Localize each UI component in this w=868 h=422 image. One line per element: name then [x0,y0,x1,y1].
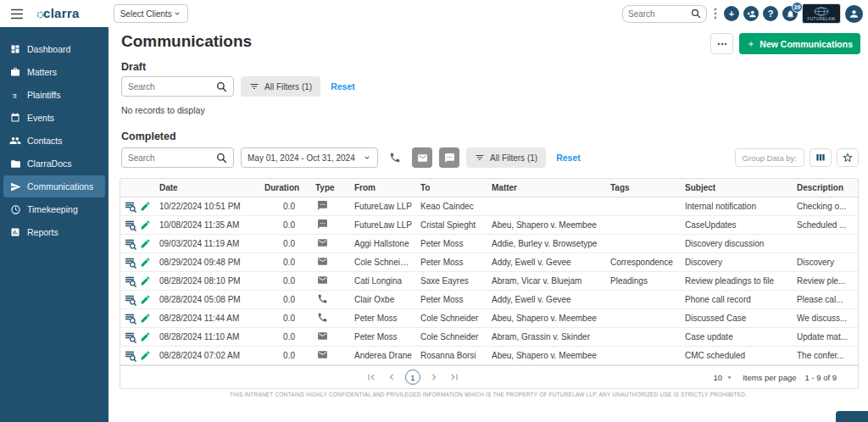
edit-record-icon[interactable] [140,257,151,268]
draft-reset-link[interactable]: Reset [331,81,355,92]
table-row[interactable]: 08/29/2024 09:48 PM 0.0 Cole Schneider P… [120,253,858,272]
view-record-icon[interactable] [125,313,136,325]
sidebar-item-label: Dashboard [27,44,70,54]
completed-search-input[interactable] [128,153,216,163]
sidebar-item[interactable]: π Events [3,107,105,129]
edit-record-icon[interactable] [140,313,151,324]
sidebar-item-label: Communications [27,181,93,192]
row-actions [120,294,151,306]
completed-reset-link[interactable]: Reset [556,153,581,163]
edit-record-icon[interactable] [140,275,151,286]
table-row[interactable]: 08/28/2024 11:10 AM 0.0 Peter Moss Cole … [120,328,858,347]
new-communications-button[interactable]: New Communications [739,33,860,54]
view-record-icon[interactable] [125,257,136,269]
view-record-icon[interactable] [125,350,136,362]
header-type[interactable]: Type [307,183,346,192]
edit-record-icon[interactable] [140,219,151,230]
cell-to: Rosanna Borsi [412,351,483,360]
header-subject[interactable]: Subject [676,183,788,192]
sidebar-item[interactable]: π Matters [3,61,105,83]
edit-record-icon[interactable] [140,294,151,305]
view-record-icon[interactable] [125,219,136,231]
chat-widget-button[interactable] [836,411,868,422]
view-record-icon[interactable] [125,294,136,306]
view-record-icon[interactable] [125,238,136,250]
current-page-button[interactable]: 1 [405,369,420,385]
add-contact-icon[interactable] [743,6,759,21]
table-row[interactable]: 08/28/2024 11:44 AM 0.0 Peter Moss Cole … [120,309,858,328]
header-matter[interactable]: Matter [483,183,602,192]
cell-date: 08/28/2024 07:02 AM [151,351,256,360]
view-record-icon[interactable] [125,331,136,343]
table-row[interactable]: 10/08/2024 11:35 AM 0.0 FutureLaw LLP Cr… [120,216,858,235]
draft-all-filters-button[interactable]: All Filters (1) [241,76,320,97]
page-more-button[interactable] [710,33,733,54]
phone-icon [389,152,401,164]
header-to[interactable]: To [412,183,483,192]
sidebar-item[interactable]: π Reports [3,221,105,243]
select-clients-dropdown[interactable]: Select Clients [114,4,188,23]
last-page-button[interactable] [448,370,461,384]
sidebar-item[interactable]: π Contacts [3,130,105,152]
date-range-dropdown[interactable]: May 01, 2024 - Oct 31, 2024 [241,147,378,168]
header-duration[interactable]: Duration [256,183,307,192]
chat-filter-toggle[interactable] [439,147,459,168]
cell-matter: Addie, Burley v. Browsetype [483,239,602,248]
global-search[interactable] [622,5,707,23]
sidebar-item[interactable]: π Dashboard [3,38,105,60]
phone-filter-toggle[interactable] [385,147,405,168]
sidebar-item[interactable]: π Plaintiffs [3,84,105,106]
table-row[interactable]: 08/28/2024 07:02 AM 0.0 Anderea Drane Ro… [120,347,858,365]
draft-search[interactable] [121,76,234,97]
items-per-page-value: 10 [714,373,723,382]
email-type-icon [317,256,328,269]
edit-record-icon[interactable] [140,201,151,212]
table-row[interactable]: 08/28/2024 05:08 PM 0.0 Clair Oxbe Peter… [120,291,858,309]
sidebar-item[interactable]: π Timekeeping [3,198,105,220]
edit-record-icon[interactable] [140,238,151,249]
menu-icon[interactable] [9,6,25,21]
add-icon[interactable]: + [724,6,739,21]
cell-to: Peter Moss [412,239,483,248]
items-per-page-dropdown[interactable]: 10 [714,373,735,382]
user-avatar[interactable] [845,5,863,23]
items-per-page-label: Items per page [743,373,796,382]
clarra-logo[interactable]: clarra [36,5,80,22]
column-settings-button[interactable] [810,148,832,167]
cell-duration: 0.0 [256,258,307,267]
completed-filter-row: May 01, 2024 - Oct 31, 2024 All Filters … [121,147,581,168]
prev-page-button[interactable] [385,370,398,384]
row-actions [120,219,151,231]
header-tags[interactable]: Tags [602,183,676,192]
cell-to: Cole Schneider [412,314,483,323]
header-description[interactable]: Description [788,183,858,192]
table-row[interactable]: 08/28/2024 08:10 PM 0.0 Cati Longina Sax… [120,272,858,291]
completed-all-filters-button[interactable]: All Filters (1) [466,147,546,168]
sidebar-item[interactable]: π Communications [3,175,105,197]
edit-record-icon[interactable] [140,331,151,342]
table-row[interactable]: 10/22/2024 10:51 PM 0.0 FutureLaw LLP Ke… [120,197,858,216]
header-from[interactable]: From [346,183,412,192]
draft-search-input[interactable] [128,82,216,92]
more-options-icon[interactable] [711,8,720,19]
completed-search[interactable] [121,147,234,168]
notifications-bell-icon[interactable]: 39 [782,6,798,21]
table-row[interactable]: 09/03/2024 11:19 AM 0.0 Aggi Hallstone P… [120,235,858,253]
header-date[interactable]: Date [151,183,256,192]
group-controls: Group Data by: [735,148,859,167]
next-page-button[interactable] [427,370,441,384]
favorite-view-button[interactable] [837,148,859,167]
view-record-icon[interactable] [125,275,136,287]
group-data-by-dropdown[interactable]: Group Data by: [735,148,804,167]
first-page-button[interactable] [364,370,378,384]
edit-record-icon[interactable] [140,350,151,361]
page-actions: New Communications [710,33,860,54]
cell-date: 08/28/2024 11:44 AM [151,314,256,323]
futurelaw-org-logo[interactable]: FUTURELAW [802,3,841,24]
sidebar-item[interactable]: π ClarraDocs [3,153,105,175]
global-search-input[interactable] [628,9,691,19]
row-actions [120,201,151,213]
help-icon[interactable]: ? [763,6,778,21]
email-filter-toggle[interactable] [412,147,432,168]
view-record-icon[interactable] [125,201,136,213]
